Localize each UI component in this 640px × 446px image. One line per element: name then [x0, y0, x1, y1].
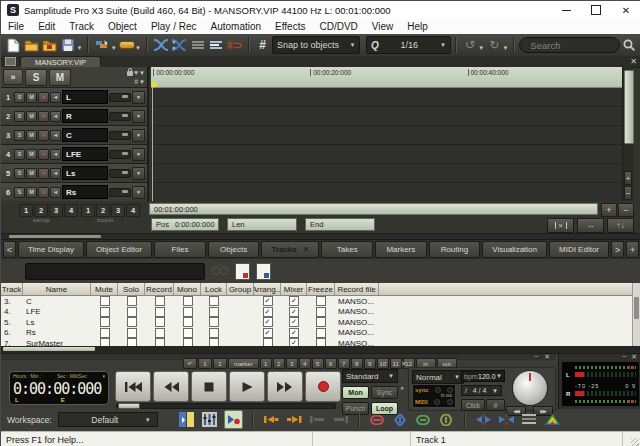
crossfade-icon[interactable] — [152, 36, 169, 55]
pane-close-icon[interactable]: ✕ — [401, 360, 407, 368]
marker-number-button[interactable]: 10 — [377, 358, 389, 369]
tab-close-icon[interactable]: ✕ — [303, 245, 310, 254]
lock-icon[interactable] — [127, 71, 133, 76]
checkbox-mono[interactable] — [183, 317, 193, 327]
checkbox-arrang[interactable] — [263, 338, 273, 346]
column-header-record[interactable]: Record — [145, 283, 174, 295]
track-fader-thumb[interactable] — [122, 114, 128, 117]
marker-number-button[interactable]: 7 — [338, 358, 350, 369]
table-row[interactable]: 5.Ls✓✓MANSO... — [1, 317, 633, 328]
maximize-button[interactable] — [581, 1, 611, 19]
menu-object[interactable]: Object — [101, 21, 144, 32]
checkbox-lock[interactable] — [209, 338, 219, 346]
track-mute-button[interactable]: M — [26, 111, 37, 122]
stop-button[interactable] — [191, 371, 227, 402]
bpm-dropdown[interactable]: bpm 120.0 ▼ — [461, 370, 505, 382]
track-lane[interactable] — [151, 164, 622, 183]
table-row[interactable]: 4.LFE✓✓MANSO... — [1, 307, 633, 318]
play-button[interactable] — [229, 371, 265, 402]
marker-number-button[interactable]: 5 — [312, 358, 324, 369]
checkbox-mono[interactable] — [183, 296, 193, 306]
tabs-scroll-right-button[interactable]: > — [611, 241, 624, 258]
search-icon[interactable] — [620, 36, 637, 55]
menu-effects[interactable]: Effects — [268, 21, 312, 32]
range-to-end-icon-disabled[interactable] — [332, 411, 349, 428]
rewind-button[interactable] — [153, 371, 189, 402]
favorites-icon[interactable]: ♥ — [134, 69, 138, 76]
marker-label-button[interactable]: marker — [228, 358, 259, 369]
menu-cd-dvd[interactable]: CD/DVD — [312, 21, 364, 32]
checkbox-mono[interactable] — [183, 328, 193, 338]
vip-close-icon[interactable]: ✕ — [630, 57, 637, 66]
fast-forward-button[interactable] — [267, 371, 303, 402]
mixer-icon[interactable] — [201, 411, 218, 428]
column-header-record-file[interactable]: Record file — [335, 283, 379, 295]
search-input[interactable] — [528, 39, 610, 52]
play-cursor-to-end-icon[interactable] — [286, 411, 303, 428]
checkbox-mixer[interactable]: ✓ — [289, 328, 299, 338]
monitor-button[interactable]: Mon — [342, 386, 369, 399]
object-tool-icon[interactable] — [118, 36, 135, 55]
checkbox-record[interactable] — [155, 317, 165, 327]
workspace-dropdown[interactable]: Default ▼ — [58, 412, 158, 427]
timeline-ruler[interactable]: 00:00:00:00000:00:20:00000:00:40:000 — [151, 67, 622, 88]
save-project-icon[interactable] — [60, 36, 77, 55]
track-options-chevron-icon[interactable]: ▼ — [132, 167, 145, 180]
column-header-track[interactable]: Track — [1, 283, 23, 295]
checkbox-arrang[interactable]: ✓ — [263, 307, 273, 317]
vertical-scrollbar[interactable]: + − — [622, 67, 633, 201]
track-name-field[interactable]: Ls — [62, 166, 108, 180]
track-solo-button[interactable]: S — [14, 130, 25, 141]
midi-snap-icon[interactable]: #⊃ — [226, 36, 243, 55]
docker-tab-takes[interactable]: Takes — [321, 241, 373, 258]
track-fader[interactable] — [109, 93, 131, 102]
track-name-field[interactable]: Rs — [62, 185, 108, 199]
track-monitor-button[interactable]: ◄ — [50, 168, 61, 179]
track-fader-thumb[interactable] — [122, 190, 128, 193]
range-marker-green-icon[interactable] — [415, 411, 432, 428]
horizontal-scrollbar[interactable]: 00:01:00:000 — [149, 203, 598, 215]
track-fader[interactable] — [109, 169, 131, 178]
track-lane[interactable] — [151, 107, 622, 126]
horizontal-zoom-out-button[interactable]: − — [618, 203, 634, 217]
minimize-button[interactable] — [551, 1, 581, 19]
tabs-scroll-left-button[interactable]: < — [3, 241, 16, 258]
track-monitor-button[interactable]: ◄ — [50, 111, 61, 122]
checkbox-solo[interactable] — [127, 296, 137, 306]
track-mute-button[interactable]: M — [26, 92, 37, 103]
zoom-preset-button[interactable]: 2 — [96, 204, 110, 217]
zoom-preset-button[interactable]: 4 — [126, 204, 140, 217]
checkbox-mixer[interactable]: ✓ — [289, 296, 299, 306]
checkbox-mute[interactable] — [100, 328, 110, 338]
setup-preset-button[interactable]: 1 — [19, 204, 33, 217]
transport-minimize-icon[interactable]: − — [534, 354, 538, 359]
track-header[interactable]: 3SM●◄C▼ — [1, 126, 147, 145]
track-options-chevron-icon[interactable]: ▼ — [132, 148, 145, 161]
tempo-knob[interactable] — [512, 370, 548, 406]
checkbox-record[interactable] — [155, 338, 165, 346]
checkbox-freeze[interactable] — [316, 307, 326, 317]
marker-back-button[interactable]: ↶ — [183, 358, 197, 369]
new-project-icon[interactable] — [5, 36, 22, 55]
vertical-zoom-out-button[interactable]: − — [624, 186, 632, 200]
track-fader-thumb[interactable] — [122, 152, 128, 155]
redo-icon[interactable]: ↻ — [486, 36, 503, 55]
horizontal-zoom-in-button[interactable]: + — [601, 203, 617, 217]
zoom-range-in-icon[interactable] — [475, 411, 492, 428]
column-header-name[interactable]: Name — [23, 283, 91, 295]
track-fader-thumb[interactable] — [122, 95, 128, 98]
expand-tracks-button[interactable]: » — [3, 69, 23, 85]
track-options-chevron-icon[interactable]: ▼ — [132, 186, 145, 199]
refresh-list-icon[interactable] — [235, 263, 250, 280]
range-marker-blue-icon[interactable] — [392, 411, 409, 428]
time-format-chevron-icon[interactable]: ▾ — [102, 373, 105, 379]
checkbox-record[interactable] — [155, 328, 165, 338]
table-row[interactable]: 3.C✓✓MANSO... — [1, 296, 633, 307]
track-mute-button[interactable]: M — [26, 168, 37, 179]
track-header[interactable]: 1SM●◄L▼ — [1, 88, 147, 107]
track-options-chevron-icon[interactable]: ▼ — [132, 110, 145, 123]
setup-preset-button[interactable]: 4 — [64, 204, 78, 217]
undo-chevron-icon[interactable]: ▼ — [478, 45, 484, 51]
checkbox-arrang[interactable]: ✓ — [263, 296, 273, 306]
track-name-field[interactable]: LFE — [62, 147, 108, 161]
